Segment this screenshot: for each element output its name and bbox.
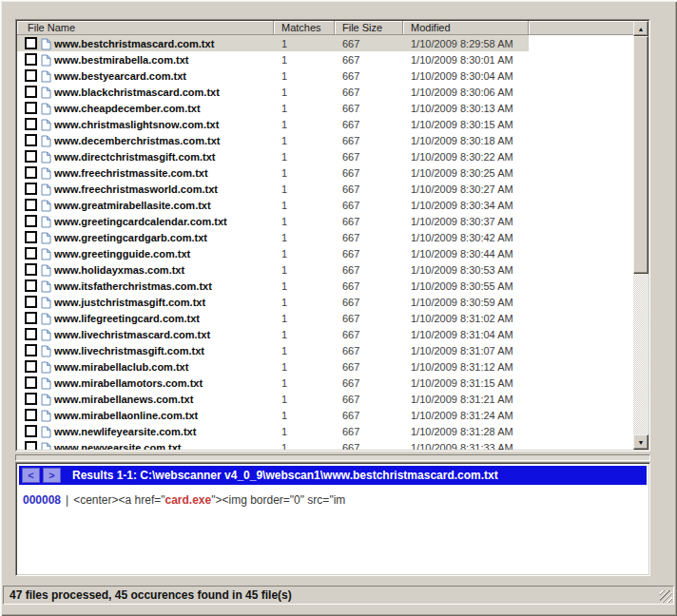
row-checkbox[interactable] <box>25 215 37 227</box>
row-checkbox[interactable] <box>25 393 37 405</box>
matches-cell: 1 <box>274 100 335 116</box>
file-size-cell: 667 <box>335 407 403 423</box>
file-name-cell: www.blackchristmascard.com.txt <box>17 84 274 100</box>
matches-cell: 1 <box>274 197 335 213</box>
file-name: www.itsfatherchristmas.com.txt <box>54 280 212 292</box>
row-checkbox[interactable] <box>25 441 37 450</box>
modified-cell: 1/10/2009 8:31:04 AM <box>403 326 529 342</box>
row-checkbox[interactable] <box>25 53 37 66</box>
row-checkbox[interactable] <box>25 247 37 260</box>
row-checkbox[interactable] <box>25 134 37 146</box>
results-title: Results 1-1: C:\webscanner v4_0_9\websca… <box>72 469 498 482</box>
app-window: File NameMatchesFile SizeModified www.be… <box>0 0 677 616</box>
scrollbar-thumb[interactable] <box>633 36 648 274</box>
file-name-cell: www.bestmirabella.com.txt <box>17 51 274 67</box>
file-name-cell: www.newyearsite.com.txt <box>17 439 274 450</box>
row-checkbox[interactable] <box>25 263 37 276</box>
matches-cell: 1 <box>274 116 335 132</box>
table-row[interactable]: www.mirabellamotors.com.txt16671/10/2009… <box>17 375 633 391</box>
file-name: www.greetingcardgarb.com.txt <box>54 232 207 243</box>
table-row[interactable]: www.blackchristmascard.com.txt16671/10/2… <box>17 84 633 100</box>
table-row[interactable]: www.decemberchristmas.com.txt16671/10/20… <box>17 132 633 148</box>
modified-cell: 1/10/2009 8:30:34 AM <box>403 197 529 213</box>
matches-cell: 1 <box>274 229 335 245</box>
progress-strip <box>15 454 650 461</box>
row-checkbox[interactable] <box>25 166 37 179</box>
table-row[interactable]: www.greetingguide.com.txt16671/10/2009 8… <box>17 245 633 261</box>
file-size-cell: 667 <box>335 342 403 358</box>
file-icon <box>41 199 51 211</box>
row-checkbox[interactable] <box>25 102 37 114</box>
table-row[interactable]: www.lifegreetingcard.com.txt16671/10/200… <box>17 310 633 326</box>
row-checkbox[interactable] <box>25 344 37 356</box>
table-row[interactable]: www.bestmirabella.com.txt16671/10/2009 8… <box>17 51 633 67</box>
row-checkbox[interactable] <box>25 69 37 82</box>
scroll-down-button[interactable]: ▼ <box>633 434 648 450</box>
file-name: www.mirabellaonline.com.txt <box>54 410 198 421</box>
file-icon <box>41 441 51 450</box>
table-row[interactable]: www.holidayxmas.com.txt16671/10/2009 8:3… <box>17 261 633 278</box>
row-checkbox[interactable] <box>25 360 37 373</box>
file-name-cell: www.justchristmasgift.com.txt <box>17 294 274 310</box>
row-checkbox[interactable] <box>25 150 37 163</box>
file-name: www.newyearsite.com.txt <box>54 442 181 451</box>
matches-cell: 1 <box>274 375 335 391</box>
file-icon <box>41 150 51 163</box>
table-row[interactable]: www.justchristmasgift.com.txt16671/10/20… <box>17 294 633 310</box>
row-checkbox[interactable] <box>25 425 37 437</box>
table-row[interactable]: www.livechristmascard.com.txt16671/10/20… <box>17 326 633 342</box>
resize-grip-icon[interactable] <box>660 590 672 603</box>
table-row[interactable]: www.greatmirabellasite.com.txt16671/10/2… <box>17 197 633 213</box>
file-size-cell: 667 <box>335 84 403 100</box>
row-checkbox[interactable] <box>25 199 37 211</box>
file-icon <box>41 360 51 373</box>
column-header-file-name[interactable]: File Name <box>17 21 274 35</box>
row-checkbox[interactable] <box>25 376 37 389</box>
row-checkbox[interactable] <box>25 279 37 292</box>
row-checkbox[interactable] <box>25 231 37 243</box>
row-checkbox[interactable] <box>25 409 37 421</box>
table-row[interactable]: www.newyearsite.com.txt16671/10/2009 8:3… <box>17 439 633 450</box>
column-header-file-size[interactable]: File Size <box>335 21 403 35</box>
scroll-up-button[interactable]: ▲ <box>633 21 648 36</box>
table-row[interactable]: www.freechristmassite.com.txt16671/10/20… <box>17 164 633 181</box>
column-header-matches[interactable]: Matches <box>274 21 335 35</box>
row-checkbox[interactable] <box>25 37 37 49</box>
table-row[interactable]: www.mirabellaonline.com.txt16671/10/2009… <box>17 407 633 423</box>
matches-cell: 1 <box>274 326 335 342</box>
table-row[interactable]: www.newlifeyearsite.com.txt16671/10/2009… <box>17 423 633 439</box>
table-row[interactable]: www.greetingcardgarb.com.txt16671/10/200… <box>17 229 633 245</box>
modified-cell: 1/10/2009 8:30:37 AM <box>403 213 529 229</box>
table-row[interactable]: www.christmaslightsnow.com.txt16671/10/2… <box>17 116 633 132</box>
row-checkbox[interactable] <box>25 118 37 130</box>
table-row[interactable]: www.bestyearcard.com.txt16671/10/2009 8:… <box>17 67 633 84</box>
file-name-cell: www.mirabellamotors.com.txt <box>17 375 274 391</box>
prev-result-button[interactable]: < <box>22 468 40 483</box>
table-row[interactable]: www.bestchristmascard.com.txt16671/10/20… <box>17 35 633 51</box>
match-content[interactable]: 000008|<center><a href="card.exe"><img b… <box>19 488 647 572</box>
modified-cell: 1/10/2009 8:30:53 AM <box>403 261 529 278</box>
file-name: www.mirabellaclub.com.txt <box>54 361 188 373</box>
file-icon <box>41 69 51 82</box>
row-checkbox[interactable] <box>25 312 37 324</box>
next-result-button[interactable]: > <box>43 468 61 483</box>
row-checkbox[interactable] <box>25 86 37 98</box>
table-row[interactable]: www.itsfatherchristmas.com.txt16671/10/2… <box>17 278 633 294</box>
file-size-cell: 667 <box>335 294 403 310</box>
table-row[interactable]: www.mirabellaclub.com.txt16671/10/2009 8… <box>17 358 633 375</box>
row-checkbox[interactable] <box>25 296 37 308</box>
vertical-scrollbar[interactable]: ▲ ▼ <box>633 21 648 450</box>
row-checkbox[interactable] <box>25 328 37 340</box>
table-row[interactable]: www.directchristmasgift.com.txt16671/10/… <box>17 148 633 164</box>
table-row[interactable]: www.greetingcardcalendar.com.txt16671/10… <box>17 213 633 229</box>
table-row[interactable]: www.mirabellanews.com.txt16671/10/2009 8… <box>17 391 633 407</box>
file-name-cell: www.itsfatherchristmas.com.txt <box>17 278 274 294</box>
table-row[interactable]: www.freechristmasworld.com.txt16671/10/2… <box>17 181 633 197</box>
file-icon <box>41 425 51 437</box>
table-row[interactable]: www.livechristmasgift.com.txt16671/10/20… <box>17 342 633 358</box>
row-checkbox[interactable] <box>25 183 37 195</box>
table-row[interactable]: www.cheapdecember.com.txt16671/10/2009 8… <box>17 100 633 116</box>
match-segment: card.exe <box>165 493 212 507</box>
column-header-modified[interactable]: Modified <box>403 21 529 35</box>
file-name: www.lifegreetingcard.com.txt <box>54 313 200 324</box>
